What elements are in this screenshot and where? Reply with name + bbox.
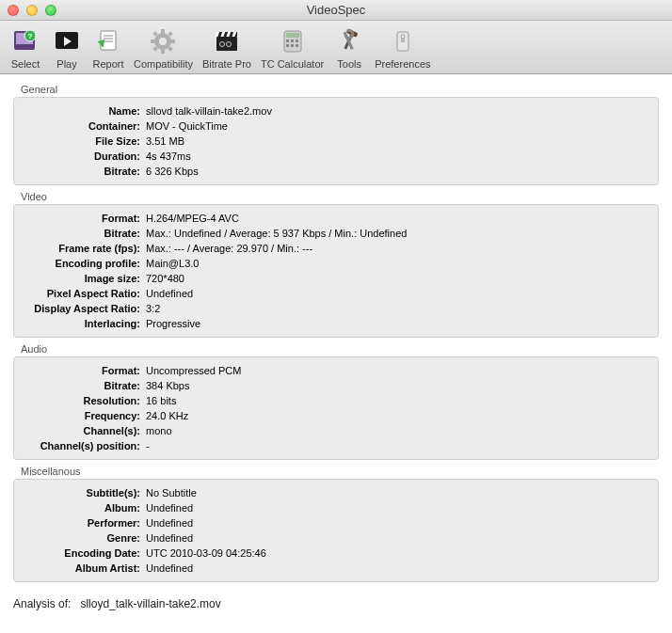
svg-rect-29 — [286, 33, 299, 38]
performer-value: Undefined — [146, 515, 193, 530]
audio-heading: Audio — [21, 343, 659, 355]
switch-icon — [388, 26, 418, 56]
dar-label: Display Aspect Ratio: — [20, 301, 146, 316]
svg-point-11 — [159, 38, 167, 45]
select-icon: ? — [10, 26, 40, 56]
audio-bitrate-label: Bitrate: — [20, 378, 146, 393]
channelpos-label: Channel(s) position: — [20, 438, 146, 453]
preferences-label: Preferences — [375, 58, 430, 70]
clapper-icon — [212, 26, 242, 56]
compatibility-button[interactable]: Compatibility — [130, 24, 197, 71]
duration-label: Duration: — [20, 149, 146, 164]
tools-button[interactable]: Tools — [329, 24, 369, 71]
video-format-value: H.264/MPEG-4 AVC — [146, 211, 239, 226]
select-label: Select — [11, 58, 40, 70]
genre-value: Undefined — [146, 530, 193, 546]
svg-rect-14 — [151, 40, 155, 43]
gear-icon — [148, 26, 178, 56]
filesize-value: 3.51 MB — [146, 134, 184, 149]
name-label: Name: — [20, 103, 146, 119]
performer-label: Performer: — [20, 515, 146, 530]
audio-panel: Format:Uncompressed PCM Bitrate:384 Kbps… — [13, 356, 659, 460]
audio-format-value: Uncompressed PCM — [146, 363, 241, 378]
par-label: Pixel Aspect Ratio: — [20, 286, 146, 301]
subtitles-value: No Subtitle — [146, 485, 197, 500]
svg-rect-33 — [286, 44, 289, 47]
general-heading: General — [21, 84, 659, 95]
svg-rect-35 — [296, 44, 298, 47]
select-button[interactable]: ? Select — [6, 24, 45, 71]
audio-format-label: Format: — [20, 363, 146, 378]
bitrate-pro-button[interactable]: Bitrate Pro — [199, 24, 255, 71]
video-bitrate-value: Max.: Undefined / Average: 5 937 Kbps / … — [146, 226, 407, 241]
tc-calculator-label: TC Calculator — [261, 58, 324, 70]
video-heading: Video — [21, 191, 659, 202]
album-label: Album: — [20, 500, 146, 515]
svg-text:?: ? — [28, 32, 33, 40]
window-controls — [0, 5, 56, 16]
svg-rect-34 — [291, 44, 294, 47]
album-value: Undefined — [146, 500, 193, 515]
zoom-icon[interactable] — [45, 5, 56, 16]
calculator-icon — [278, 26, 308, 56]
analysis-filename: slloyd_talk-villain-take2.mov — [80, 597, 220, 610]
video-format-label: Format: — [20, 211, 146, 226]
svg-rect-13 — [161, 49, 165, 54]
svg-rect-15 — [170, 40, 175, 43]
tools-icon — [334, 26, 364, 56]
report-button[interactable]: Report — [88, 24, 128, 71]
genre-label: Genre: — [20, 530, 146, 546]
albumartist-label: Album Artist: — [20, 561, 146, 576]
channels-value: mono — [146, 423, 172, 438]
compatibility-label: Compatibility — [134, 58, 193, 70]
tc-calculator-button[interactable]: TC Calculator — [257, 24, 328, 71]
interlacing-value: Progressive — [146, 316, 200, 331]
framerate-label: Frame rate (fps): — [20, 241, 146, 256]
report-label: Report — [92, 58, 123, 70]
content-area: General Name:sllovd talk-villain-take2.m… — [0, 74, 672, 582]
video-panel: Format:H.264/MPEG-4 AVC Bitrate:Max.: Un… — [13, 204, 659, 338]
resolution-value: 16 bits — [146, 393, 176, 408]
bitrate-pro-label: Bitrate Pro — [202, 58, 251, 70]
interlacing-label: Interlacing: — [20, 316, 146, 331]
misc-heading: Miscellanous — [21, 466, 659, 477]
analysis-label: Analysis of: — [13, 597, 71, 610]
filesize-label: File Size: — [20, 134, 146, 149]
resolution-label: Resolution: — [20, 393, 146, 408]
frequency-value: 24.0 KHz — [146, 408, 188, 423]
par-value: Undefined — [146, 286, 193, 301]
encdate-label: Encoding Date: — [20, 546, 146, 561]
encdate-value: UTC 2010-03-09 04:25:46 — [146, 546, 266, 561]
general-panel: Name:sllovd talk-villain-take2.mov Conta… — [13, 97, 659, 185]
frequency-label: Frequency: — [20, 408, 146, 423]
tools-label: Tools — [337, 58, 361, 70]
close-icon[interactable] — [8, 5, 19, 16]
play-button[interactable]: Play — [47, 24, 87, 71]
bitrate-value: 6 326 Kbps — [146, 164, 199, 179]
svg-rect-32 — [296, 40, 298, 42]
toolbar: ? Select Play Report — [0, 21, 672, 74]
dar-value: 3:2 — [146, 301, 160, 316]
svg-rect-30 — [286, 40, 289, 42]
preferences-button[interactable]: Preferences — [371, 24, 434, 71]
play-icon — [52, 26, 82, 56]
container-label: Container: — [20, 119, 146, 134]
titlebar: VideoSpec — [0, 0, 672, 21]
misc-panel: Subtitle(s):No Subtitle Album:Undefined … — [13, 479, 659, 582]
framerate-value: Max.: --- / Average: 29.970 / Min.: --- — [146, 241, 312, 256]
channelpos-value: - — [146, 438, 150, 453]
svg-point-41 — [401, 35, 405, 39]
status-bar: Analysis of: slloyd_talk-villain-take2.m… — [0, 588, 672, 620]
svg-rect-12 — [161, 29, 165, 34]
profile-value: Main@L3.0 — [146, 256, 199, 271]
profile-label: Encoding profile: — [20, 256, 146, 271]
svg-rect-31 — [291, 40, 294, 42]
container-value: MOV - QuickTime — [146, 119, 228, 134]
name-value: sllovd talk-villain-take2.mov — [146, 103, 272, 119]
imagesize-label: Image size: — [20, 271, 146, 286]
audio-bitrate-value: 384 Kbps — [146, 378, 189, 393]
minimize-icon[interactable] — [26, 5, 38, 16]
duration-value: 4s 437ms — [146, 149, 191, 164]
albumartist-value: Undefined — [146, 561, 193, 576]
play-label: Play — [56, 58, 76, 70]
